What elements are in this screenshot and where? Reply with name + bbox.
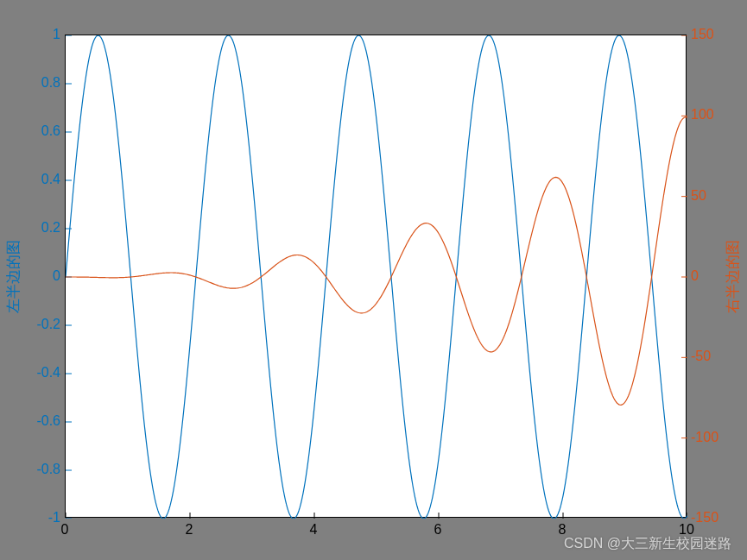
left-tick-04: 0.4 — [41, 172, 60, 187]
right-tick-50: 50 — [691, 188, 706, 204]
left-tick-0: 0 — [53, 268, 60, 284]
right-tick-0: 0 — [691, 268, 699, 284]
plot-area — [65, 35, 687, 518]
x-tick-6: 6 — [434, 522, 442, 538]
right-tick-n100: -100 — [691, 430, 719, 445]
left-tick-n06: -0.6 — [36, 413, 60, 429]
right-y-ticks — [681, 35, 687, 519]
x-tick-0: 0 — [61, 522, 69, 538]
left-tick-n02: -0.2 — [36, 317, 60, 332]
left-tick-n04: -0.4 — [36, 365, 60, 381]
left-tick-02: 0.2 — [41, 220, 60, 236]
right-tick-n50: -50 — [691, 349, 711, 364]
chart-svg — [66, 35, 687, 519]
watermark: CSDN @大三新生校园迷路 — [564, 535, 731, 553]
left-tick-08: 0.8 — [41, 75, 60, 91]
chart-container: 0 2 4 6 8 10 -1 -0.8 -0.6 -0.4 -0.2 0 0.… — [0, 0, 747, 560]
x-tick-2: 2 — [186, 522, 193, 538]
right-tick-150: 150 — [691, 27, 714, 42]
left-tick-1: 1 — [53, 27, 60, 42]
right-tick-100: 100 — [691, 107, 714, 123]
left-tick-n08: -0.8 — [36, 462, 60, 477]
right-tick-n150: -150 — [691, 510, 719, 525]
series-right — [66, 117, 687, 405]
ylabel-right: 右半边的图 — [723, 240, 743, 313]
x-tick-4: 4 — [310, 522, 318, 538]
left-tick-06: 0.6 — [41, 123, 60, 139]
ylabel-left: 左半边的图 — [3, 240, 23, 313]
series-left — [66, 35, 687, 519]
left-tick-n1: -1 — [48, 510, 60, 525]
